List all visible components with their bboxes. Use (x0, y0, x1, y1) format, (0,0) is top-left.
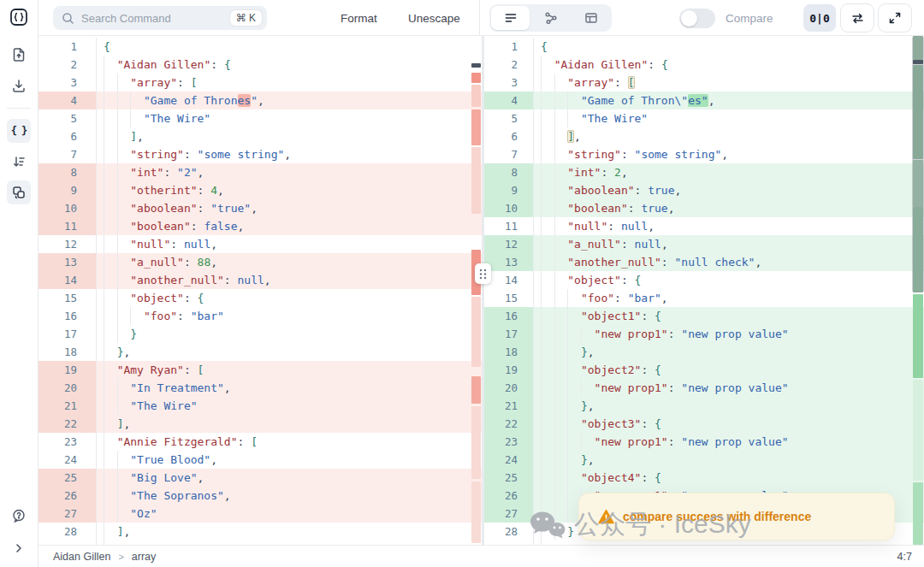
code-line[interactable]: 27"Oz" (38, 505, 482, 523)
format-button[interactable]: Format (341, 0, 377, 36)
code-line[interactable]: 12"a_null": null, (484, 235, 924, 253)
code-line[interactable]: 15"object": { (38, 289, 482, 307)
code-line[interactable]: 16"object1": { (484, 307, 924, 325)
pane-resize-handle[interactable] (475, 263, 491, 284)
breadcrumb-item[interactable]: array (132, 551, 156, 563)
code-line[interactable]: 28], (38, 523, 482, 540)
code-line[interactable]: 7"string": "some string", (38, 145, 482, 163)
code-line[interactable]: 9"aboolean": true, (484, 181, 924, 199)
code-line[interactable]: 16"foo": "bar" (38, 307, 482, 325)
indent-guide (117, 289, 131, 307)
compare-view-button[interactable] (7, 180, 31, 204)
code-line[interactable]: 8"int": "2", (38, 163, 482, 181)
swap-panes-button[interactable] (841, 4, 874, 32)
code-line[interactable]: 2"Aidan Gillen": { (38, 56, 482, 74)
scrollbar-thumb[interactable] (912, 36, 924, 292)
left-json-editor[interactable]: 1{2"Aidan Gillen": {3"array": [4"Game of… (38, 36, 482, 545)
json-view-button[interactable]: { } (7, 119, 31, 143)
code-line[interactable]: 17"new prop1": "new prop value" (484, 325, 924, 343)
app-logo-icon[interactable] (9, 8, 28, 27)
code-content: ], (534, 127, 924, 145)
table-view-tab[interactable] (572, 6, 610, 30)
code-line[interactable]: 6], (484, 127, 924, 145)
graph-view-tab[interactable] (531, 6, 570, 30)
code-line[interactable]: 4"Game of Thron\"es", (484, 92, 924, 109)
code-line[interactable]: 12"null": null, (38, 235, 482, 253)
code-line[interactable]: 22"object3": { (484, 415, 924, 433)
unescape-button[interactable]: Unescape (408, 0, 460, 36)
compare-toggle[interactable] (679, 9, 715, 28)
code-line[interactable]: 18}, (38, 343, 482, 361)
code-token: , (217, 184, 224, 197)
code-line[interactable]: 14"object": { (484, 271, 924, 289)
code-line[interactable]: 13"another_null": "null check", (484, 253, 924, 271)
code-token: "2" (177, 166, 197, 179)
code-line[interactable]: 10"aboolean": "true", (38, 199, 482, 217)
code-line[interactable]: 25"object4": { (484, 469, 924, 487)
line-number: 27 (484, 505, 534, 523)
code-line[interactable]: 17} (38, 325, 482, 343)
code-line[interactable]: 13"a_null": 88, (38, 253, 482, 271)
line-number: 6 (38, 127, 97, 145)
code-line[interactable]: 5"The Wire" (38, 109, 482, 127)
code-line[interactable]: 8"int": 2, (484, 163, 924, 181)
code-line[interactable]: 2"Aidan Gillen": { (484, 56, 924, 74)
code-line[interactable]: 10"boolean": true, (484, 199, 924, 217)
code-line[interactable]: 11"null": null, (484, 217, 924, 235)
code-line[interactable]: 24"True Blood", (38, 451, 482, 469)
text-view-tab[interactable] (491, 6, 530, 30)
code-line[interactable]: 19"object2": { (484, 361, 924, 379)
code-line[interactable]: 11"boolean": false, (38, 217, 482, 235)
code-line[interactable]: 14"another_null": null, (38, 271, 482, 289)
code-line[interactable]: 15"foo": "bar", (484, 289, 924, 307)
line-number: 3 (484, 74, 534, 92)
code-line[interactable]: 25"Big Love", (38, 469, 482, 487)
right-scrollbar[interactable] (912, 36, 924, 545)
indent-guide (117, 127, 131, 145)
code-token: : (621, 238, 635, 251)
code-line[interactable]: 20"In Treatment", (38, 379, 482, 397)
download-button[interactable] (7, 74, 31, 97)
breadcrumb-item[interactable]: Aidan Gillen (53, 551, 110, 563)
code-line[interactable]: 22], (38, 415, 482, 433)
code-token: : (621, 148, 635, 161)
right-json-editor[interactable]: 1{2"Aidan Gillen": {3"array": [4"Game of… (484, 36, 924, 545)
indent-guide (554, 433, 568, 451)
help-button[interactable] (7, 504, 31, 528)
diff-mark (913, 380, 923, 481)
code-token: , (708, 94, 715, 107)
import-file-button[interactable] (7, 43, 31, 67)
fullscreen-button[interactable] (879, 4, 911, 32)
indent-guide (117, 307, 131, 325)
sort-button[interactable] (7, 150, 31, 174)
code-line[interactable]: 21"The Wire" (38, 397, 482, 415)
indent-guide (554, 451, 568, 469)
code-line[interactable]: 9"otherint": 4, (38, 181, 482, 199)
code-content: "Annie Fitzgerald": [ (97, 433, 482, 451)
code-line[interactable]: 3"array": [ (484, 74, 924, 92)
code-line[interactable]: 20"new prop1": "new prop value" (484, 379, 924, 397)
search-command-input[interactable]: Search Command ⌘ K (53, 6, 267, 30)
code-line[interactable]: 18}, (484, 343, 924, 361)
indent-guide (104, 289, 117, 307)
code-line[interactable]: 4"Game of Thrones", (38, 92, 482, 109)
code-line[interactable]: 6], (38, 127, 482, 145)
code-line[interactable]: 24}, (484, 451, 924, 469)
code-line[interactable]: 19"Amy Ryan": [ (38, 361, 482, 379)
code-token: { (654, 310, 661, 322)
code-line[interactable]: 21}, (484, 397, 924, 415)
line-number: 21 (484, 397, 534, 415)
code-line[interactable]: 5"The Wire" (484, 109, 924, 127)
code-line[interactable]: 1{ (38, 38, 482, 56)
code-line[interactable]: 23"Annie Fitzgerald": [ (38, 433, 482, 451)
code-line[interactable]: 26"The Sopranos", (38, 487, 482, 505)
code-line[interactable]: 1{ (484, 38, 924, 56)
left-minimap-scrollbar[interactable] (471, 36, 482, 545)
collapse-sidebar-button[interactable] (7, 536, 31, 560)
code-line[interactable]: 3"array": [ (38, 74, 482, 92)
code-line[interactable]: 7"string": "some string", (484, 145, 924, 163)
diff-mode-button[interactable]: 0|0 (803, 4, 836, 32)
code-token: : (641, 310, 654, 322)
indent-guide (554, 343, 568, 361)
code-line[interactable]: 23"new prop1": "new prop value" (484, 433, 924, 451)
